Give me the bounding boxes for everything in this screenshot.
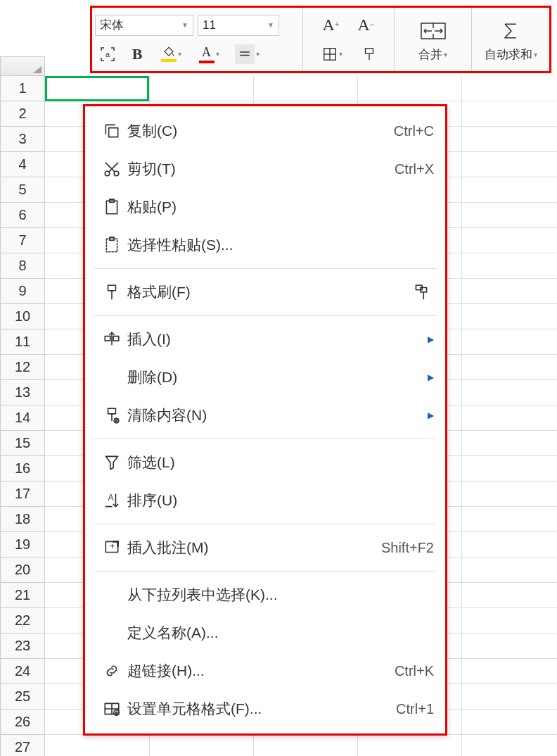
menu-shortcut: Shift+F2 (381, 540, 434, 556)
menu-label: 超链接(H)... (127, 661, 395, 681)
bold-button[interactable]: B (124, 42, 150, 67)
menu-item-comment[interactable]: +插入批注(M)Shift+F2 (85, 529, 445, 567)
svg-rect-18 (108, 285, 116, 291)
formatting-toolbar: 宋体 ▼ 11 ▼ a B (90, 6, 551, 73)
borders-button[interactable]: ▾ (316, 42, 350, 67)
row-header[interactable]: 13 (0, 380, 45, 405)
submenu-arrow-icon: ▶ (420, 372, 434, 382)
row-header[interactable]: 5 (0, 177, 45, 203)
row-header[interactable]: 11 (0, 329, 45, 355)
row-header[interactable]: 14 (0, 405, 45, 431)
menu-item-filter[interactable]: 筛选(L) (85, 443, 445, 481)
menu-item-cut[interactable]: 剪切(T)Ctrl+X (85, 150, 445, 188)
svg-text:A: A (108, 493, 114, 503)
menu-item-copy[interactable]: 复制(C)Ctrl+C (85, 112, 445, 150)
menu-item-item[interactable]: 删除(D)▶ (85, 358, 445, 396)
menu-label: 筛选(L) (127, 453, 434, 472)
align-button[interactable]: ▾ (230, 42, 264, 67)
row-header[interactable]: 22 (0, 608, 45, 634)
filter-icon (96, 453, 127, 472)
menu-item-sort[interactable]: A排序(U) (85, 481, 445, 519)
menu-separator (94, 524, 437, 524)
row-header[interactable]: 1 (0, 76, 45, 101)
row-header[interactable]: 6 (0, 203, 45, 228)
row-header[interactable]: 3 (0, 127, 45, 152)
chevron-down-icon: ▾ (339, 50, 342, 58)
insert-icon (96, 330, 127, 348)
row-header[interactable]: 21 (0, 583, 45, 608)
row-header[interactable]: 10 (0, 304, 45, 329)
menu-item-insert[interactable]: 插入(I)▶ (85, 320, 445, 358)
menu-shortcut: Ctrl+1 (396, 701, 434, 717)
fill-color-button[interactable]: ▾ (154, 42, 188, 67)
row-header[interactable]: 18 (0, 507, 45, 532)
menu-item-paste[interactable]: 粘贴(P) (85, 188, 445, 226)
menu-item-cell-format[interactable]: 设置单元格格式(F)...Ctrl+1 (85, 690, 445, 728)
row-header[interactable]: 17 (0, 481, 45, 507)
menu-item-item[interactable]: 定义名称(A)... (85, 614, 445, 652)
autosum-button[interactable]: 自动求和▾ (475, 11, 546, 68)
menu-label: 插入(I) (127, 329, 420, 349)
cell-row[interactable] (45, 735, 557, 756)
svg-rect-24 (113, 336, 119, 341)
row-header[interactable]: 2 (0, 101, 45, 127)
chevron-down-icon: ▼ (267, 21, 274, 29)
menu-label: 删除(D) (127, 367, 420, 387)
font-size-section: A+ A− ▾ (303, 8, 395, 71)
row-header[interactable]: 7 (0, 228, 45, 253)
svg-rect-26 (108, 408, 116, 414)
row-header[interactable]: 4 (0, 152, 45, 177)
sigma-icon (499, 20, 523, 42)
cut-icon (96, 160, 127, 178)
cell-row[interactable] (45, 76, 557, 101)
menu-label: 排序(U) (127, 491, 434, 510)
font-color-a-icon: A (202, 45, 211, 60)
row-header[interactable]: 27 (0, 735, 45, 756)
row-header[interactable]: 19 (0, 532, 45, 557)
menu-label: 剪切(T) (127, 159, 395, 179)
menu-item-item[interactable]: 从下拉列表中选择(K)... (85, 576, 445, 614)
menu-item-link[interactable]: 超链接(H)...Ctrl+K (85, 652, 445, 690)
decrease-font-button[interactable]: A− (354, 13, 379, 38)
font-size-dropdown[interactable]: 11 ▼ (198, 15, 279, 36)
row-header[interactable]: 12 (0, 355, 45, 380)
format-painter-icon (361, 46, 377, 62)
row-header[interactable]: 20 (0, 557, 45, 583)
row-header[interactable]: 9 (0, 279, 45, 304)
row-header[interactable]: 8 (0, 253, 45, 279)
menu-separator (94, 315, 437, 316)
format-painter-button[interactable] (357, 42, 382, 67)
merge-button[interactable]: 合并▾ (397, 11, 468, 68)
menu-item-format-painter[interactable]: 格式刷(F) (85, 273, 445, 311)
comment-icon: + (96, 538, 127, 557)
menu-separator (94, 571, 437, 572)
menu-item-clear[interactable]: 清除内容(N)▶ (85, 396, 445, 434)
menu-label: 格式刷(F) (127, 282, 409, 302)
increase-font-button[interactable]: A+ (319, 13, 344, 38)
menu-item-paste-special[interactable]: 选择性粘贴(S)... (85, 226, 445, 264)
row-headers: 1234567891011121314151617181920212223242… (0, 76, 45, 756)
chevron-down-icon: ▾ (178, 50, 181, 58)
bucket-icon (162, 46, 176, 58)
align-icon (238, 48, 251, 61)
menu-label: 选择性粘贴(S)... (127, 235, 434, 255)
row-header[interactable]: 24 (0, 659, 45, 684)
chevron-down-icon: ▾ (216, 50, 219, 58)
row-header[interactable]: 25 (0, 684, 45, 710)
menu-shortcut: Ctrl+K (395, 663, 434, 679)
menu-label: 定义名称(A)... (127, 623, 434, 643)
menu-label: 从下拉列表中选择(K)... (127, 585, 434, 605)
menu-separator (94, 268, 437, 269)
font-section: 宋体 ▼ 11 ▼ a B (92, 8, 303, 71)
context-menu: 复制(C)Ctrl+C剪切(T)Ctrl+X粘贴(P)选择性粘贴(S)...格式… (83, 104, 447, 736)
scan-icon[interactable]: a (95, 42, 120, 67)
select-all-corner[interactable] (0, 56, 45, 76)
row-header[interactable]: 15 (0, 431, 45, 456)
svg-point-42 (115, 712, 117, 713)
font-name-dropdown[interactable]: 宋体 ▼ (95, 15, 193, 36)
copy-icon (96, 122, 127, 140)
row-header[interactable]: 23 (0, 634, 45, 659)
row-header[interactable]: 26 (0, 710, 45, 735)
font-color-button[interactable]: A ▾ (192, 42, 226, 67)
row-header[interactable]: 16 (0, 456, 45, 481)
